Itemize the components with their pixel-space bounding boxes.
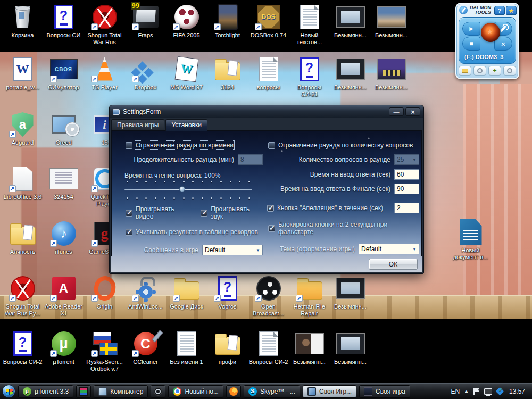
gadget-help-button[interactable]: ?: [494, 6, 505, 15]
desktop-icon-fraps[interactable]: 99↗Fraps: [125, 3, 166, 46]
checkbox-record-table[interactable]: Учитывать результат в таблице рекордов: [126, 228, 263, 236]
task-button-utorrent[interactable]: µµTorrent 3.3: [18, 385, 73, 398]
checkbox-question-limit[interactable]: Ограничение раунда по количеству вопросо…: [268, 142, 419, 149]
checkbox-appeal-button[interactable]: Кнопка "Апелляция" в течение (сек): [267, 204, 383, 212]
firefox-taskbar-button[interactable]: [226, 385, 241, 398]
desktop-icon-open-broadcast[interactable]: ↗Open Broadcast...: [248, 275, 289, 317]
clock[interactable]: 13:57: [508, 388, 527, 395]
checkbox-icon[interactable]: [268, 142, 275, 149]
show-hidden-icons-button[interactable]: ▲: [464, 389, 469, 394]
desktop-icon-алчность[interactable]: Алчность: [2, 220, 43, 255]
checkbox-round-time-limit[interactable]: Ограничение раунда по времени: [126, 142, 263, 149]
slider-track[interactable]: [124, 189, 252, 190]
desktop-icon-origin[interactable]: ↗Origin: [84, 275, 125, 317]
theme-combobox[interactable]: Default ▼: [359, 244, 419, 254]
checkbox-icon[interactable]: [126, 142, 132, 149]
desktop-icon-324154[interactable]: 324154: [43, 165, 84, 207]
gadget-add-button[interactable]: +: [488, 66, 501, 76]
round-duration-input[interactable]: [238, 154, 263, 165]
tab-settings[interactable]: Установки: [165, 119, 207, 131]
start-button[interactable]: [2, 385, 15, 398]
desktop-icon-вопросы-си-2[interactable]: ?Вопросы СИ-2: [2, 330, 43, 372]
steam-taskbar-button[interactable]: [151, 385, 165, 398]
desktop-icon-симулятор[interactable]: СВОЯ↗СИмулятор: [43, 55, 84, 98]
question-count-combobox[interactable]: 25 ▼: [394, 154, 419, 165]
desktop-icon-adguard[interactable]: a↗Adguard: [2, 111, 43, 146]
desktop-icon-libreoffice-3-6[interactable]: ↗LibreOffice 3.6: [2, 165, 43, 207]
checkbox-icon[interactable]: [126, 210, 132, 217]
checkbox-icon[interactable]: [126, 229, 132, 236]
task-button-chrome[interactable]: Новый по...: [168, 385, 223, 398]
language-indicator[interactable]: EN: [451, 388, 460, 395]
appeal-time-input[interactable]: [394, 203, 419, 213]
desktop-icon-безымянн[interactable]: Безымянн...: [330, 3, 371, 46]
desktop-icon-3124[interactable]: 3124: [207, 55, 248, 98]
slider-thumb[interactable]: [179, 186, 185, 192]
desktop-icon-torchlight[interactable]: ↗Torchlight: [207, 3, 248, 46]
desktop-icon-vopros[interactable]: ?↗Vopros: [207, 275, 248, 317]
desktop-icon-безымянн[interactable]: Безымянн...: [330, 55, 371, 98]
answer-time-input[interactable]: [394, 169, 419, 180]
desktop-icon-ccleaner[interactable]: C↗CCleaner: [125, 330, 166, 372]
desktop-icon-безымянн[interactable]: Безымянн...: [330, 330, 371, 372]
desktop-icon-antiwinloc[interactable]: ↗AntiWinLoc...: [125, 275, 166, 317]
read-time-slider[interactable]: [124, 181, 252, 199]
network-icon[interactable]: [484, 388, 492, 395]
desktop-icon-dosbox-0-74[interactable]: DOS↗DOSBox 0.74: [248, 3, 289, 46]
desktop-icon-корзина[interactable]: Корзина: [2, 3, 43, 46]
gadget-eject-button[interactable]: [503, 66, 516, 76]
desktop-icon-новый-документ-в[interactable]: Новый документ в...: [450, 218, 491, 261]
winrar-taskbar-button[interactable]: [76, 385, 91, 398]
desktop-icon-fifa-2005[interactable]: ↗FIFA 2005: [166, 3, 207, 46]
checkbox-play-sound[interactable]: Проигрывать звук: [201, 205, 263, 220]
gadget-folder-button[interactable]: [459, 66, 471, 76]
task-button-skype[interactable]: SSkype™ - ...: [244, 385, 300, 398]
gadget-star-button[interactable]: ★: [506, 6, 517, 15]
desktop-icon-dropbox[interactable]: ::↗Dropbox: [125, 55, 166, 98]
checkbox-icon[interactable]: [267, 205, 274, 212]
desktop-icon-вопросы-си-21[interactable]: ?Вопросы СИ-21: [289, 55, 330, 98]
desktop-icon-безымянн[interactable]: Безымянн...: [371, 55, 412, 98]
task-button-game[interactable]: Своя игра: [359, 385, 410, 398]
desktop-icon-hetman-file-repair[interactable]: ↗Hetman File Repair: [289, 275, 330, 317]
action-center-flag-icon[interactable]: [473, 388, 479, 395]
desktop-icon-без-имени-1[interactable]: Без имени 1: [166, 330, 207, 372]
tab-game-rules[interactable]: Правила игры: [111, 119, 164, 130]
desktop-icon-безымянн[interactable]: Безымянн...: [371, 3, 412, 46]
desktop-icon-вопросы[interactable]: вопросы: [248, 55, 289, 98]
desktop-icon-вопросы-си-2[interactable]: Вопросы СИ-2: [248, 330, 289, 372]
window-title-bar[interactable]: SettingsForm — ×: [110, 105, 423, 118]
checkbox-falsestart-lock[interactable]: Блокировка кнопки на 2 секунды при фальс…: [268, 221, 419, 236]
desktop-icon-профи[interactable]: профи: [207, 330, 248, 372]
minimize-button[interactable]: —: [389, 107, 404, 116]
desktop-icon-itunes[interactable]: ♪↗iTunes: [43, 220, 84, 255]
desktop-icon-новый-текстов[interactable]: Новый текстов...: [289, 3, 330, 46]
combobox-value: 25: [397, 156, 404, 163]
desktop-icon-google-диск[interactable]: ↗Google Диск: [166, 275, 207, 317]
task-button-computer[interactable]: Компьютер: [94, 385, 148, 398]
dropbox-tray-icon[interactable]: [496, 387, 504, 396]
desktop-icon-greed[interactable]: Greed: [43, 111, 84, 146]
desktop-icon-portable-w[interactable]: Wportable_w...: [2, 55, 43, 98]
desktop-icon-безымянн[interactable]: Безымянн...: [289, 330, 330, 372]
stop-button[interactable]: ■: [462, 37, 480, 51]
checkbox-icon[interactable]: [201, 210, 207, 217]
checkbox-icon[interactable]: [268, 225, 275, 232]
ok-button[interactable]: ОК: [369, 259, 418, 270]
desktop-icon-shogun-total-war-rus[interactable]: ↗Shogun Total War Rus: [84, 3, 125, 46]
desktop-icon-torrent[interactable]: µ↗µTorrent: [43, 330, 84, 372]
task-button-monitor[interactable]: Своя Игр...: [303, 385, 356, 398]
checkbox-play-video[interactable]: Проигрывать видео: [126, 205, 193, 220]
close-button[interactable]: ×: [405, 107, 420, 116]
desktop-icon-ryska-sven-ordbok-v-7[interactable]: ↗Ryska-Sven... Ordbok v.7: [84, 330, 125, 372]
messages-combobox[interactable]: Default ▼: [202, 245, 263, 255]
desktop-icon-ts-player[interactable]: ↗TS Player: [84, 55, 125, 98]
desktop-icon-ms-word-97[interactable]: WMS Word 97: [166, 55, 207, 98]
desktop-icon-adobe-reader-xi[interactable]: A↗Adobe Reader XI: [43, 275, 84, 317]
desktop-icon-shogun-total-war-rus-py[interactable]: ↗Shogun Total War Rus Py...: [2, 275, 43, 317]
gadget-disc-button[interactable]: [473, 66, 486, 76]
desktop-icon-вопросы-си[interactable]: ?Вопросы СИ: [43, 3, 84, 46]
final-answer-time-input[interactable]: [394, 184, 419, 194]
desktop-icon-безымянн[interactable]: Безымянн...: [330, 275, 371, 317]
mount-play-button[interactable]: ►: [462, 22, 480, 36]
